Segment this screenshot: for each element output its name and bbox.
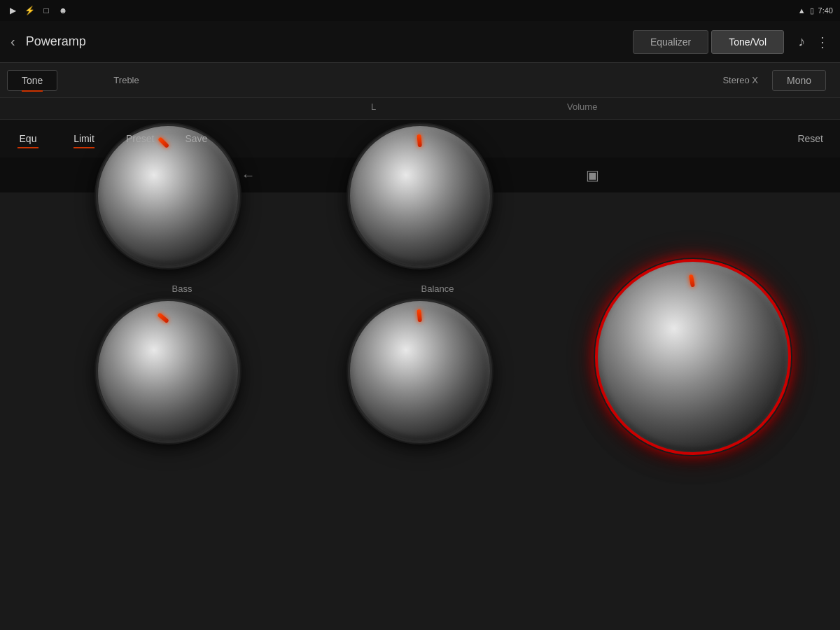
menu-button[interactable]: ⋮ [812,30,833,54]
limit-button[interactable]: Limit [56,126,112,151]
volume-indicator [689,274,695,288]
tone-row: Tone Treble Stereo X Mono [0,63,840,98]
android-icon: ☻ [57,5,69,16]
tone-button[interactable]: Tone [7,70,57,91]
battery-icon: ▯ [810,6,814,15]
equ-button[interactable]: Equ [0,126,56,151]
top-bar: ‹ Poweramp Equalizer Tone/Vol ♪ ⋮ [0,21,840,63]
mono-button[interactable]: Mono [772,70,826,91]
balance-indicator [416,309,422,322]
screenshot-icon: □ [41,5,52,16]
tab-group: Equalizer Tone/Vol [633,30,784,54]
balance-knob-label: Balance [396,284,479,294]
tab-equalizer[interactable]: Equalizer [633,30,708,54]
wifi-icon: ▲ [798,6,806,15]
stereo-label: Stereo X [722,75,758,85]
reset-button[interactable]: Reset [780,126,840,151]
tab-tonevol[interactable]: Tone/Vol [711,30,784,54]
bass-knob-label: Bass [140,284,224,294]
status-bar-left: ▶ ⚡ □ ☻ [7,5,69,16]
bass-indicator [157,312,169,323]
status-bar-right: ▲ ▯ 7:40 [798,6,833,15]
bottom-labels: L Volume [0,98,840,119]
bass-knob[interactable] [98,301,238,441]
nav-recents-icon[interactable]: ▣ [575,163,610,187]
app-title: Poweramp [26,34,633,49]
music-icon[interactable]: ♪ [798,34,805,50]
time-display: 7:40 [818,6,833,15]
treble-label: Treble [113,75,139,85]
balance-knob[interactable] [350,301,490,441]
save-button[interactable]: Save [168,126,224,151]
stereox-knob[interactable] [350,126,490,266]
l-label: L [371,102,376,112]
volume-knob[interactable] [595,259,791,455]
preset-button[interactable]: Preset [112,126,168,151]
back-button[interactable]: ‹ [7,30,19,53]
play-icon: ▶ [7,5,18,16]
volume-bottom-label: Volume [567,102,597,112]
status-bar: ▶ ⚡ □ ☻ ▲ ▯ 7:40 [0,0,840,21]
usb-icon: ⚡ [24,5,35,16]
stereox-indicator [416,134,422,147]
